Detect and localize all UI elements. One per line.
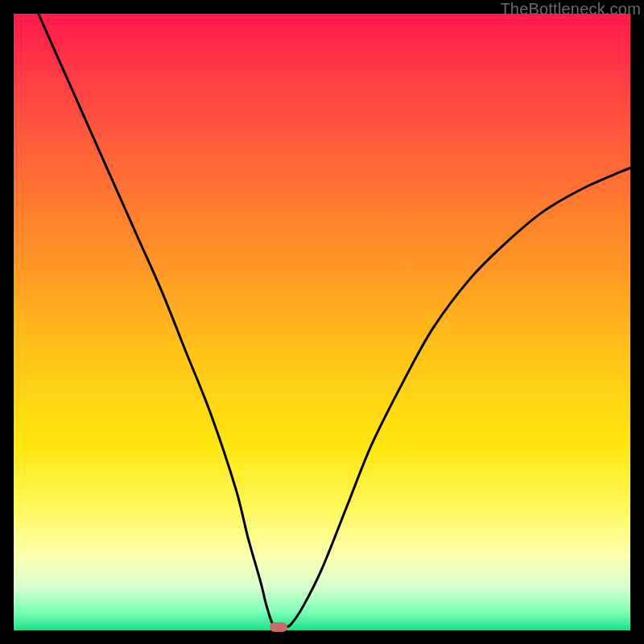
watermark-text: TheBottleneck.com bbox=[500, 0, 641, 19]
bottleneck-curve bbox=[39, 14, 630, 628]
optimal-point-marker bbox=[270, 622, 287, 632]
plot-area bbox=[14, 14, 630, 630]
curve-layer bbox=[14, 14, 630, 630]
chart-frame bbox=[14, 14, 630, 630]
